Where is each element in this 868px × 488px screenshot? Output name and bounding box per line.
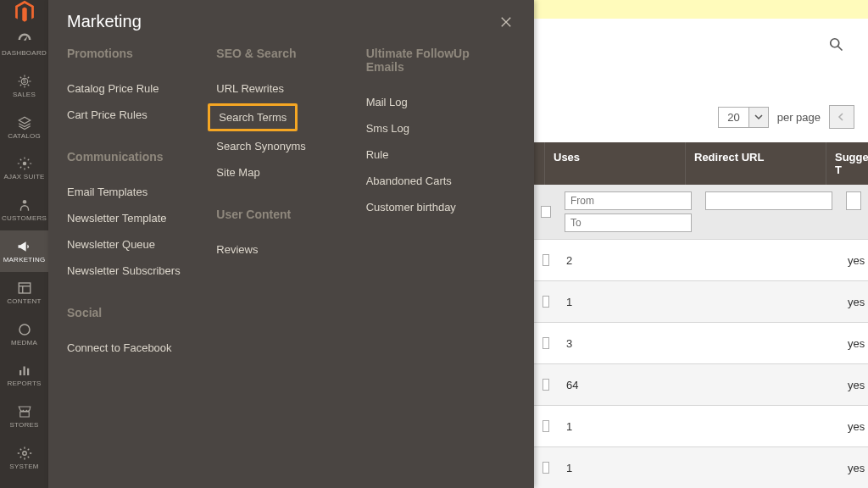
flyout-group-title: Ultimate FollowUp Emails: [366, 47, 507, 74]
cell-suggested: yes: [839, 462, 868, 474]
flyout-title: Marketing: [67, 12, 142, 31]
filter-suggested[interactable]: [846, 191, 861, 210]
grid-header-uses[interactable]: Uses: [544, 142, 685, 185]
admin-nav-rail: DASHBOARD$SALESCATALOGAJAX SUITECUSTOMER…: [0, 0, 48, 488]
nav-item-dashboard[interactable]: DASHBOARD: [0, 24, 48, 65]
grid-header-checkbox-col: [534, 142, 544, 185]
stores-icon: [16, 403, 33, 420]
nav-item-catalog[interactable]: CATALOG: [0, 107, 48, 148]
flyout-group: SocialConnect to Facebook: [67, 306, 208, 361]
flyout-column: SEO & SearchURL RewritesSearch TermsSear…: [216, 47, 365, 361]
flyout-link-customer-birthday[interactable]: Customer birthday: [366, 194, 507, 220]
grid-body: 2yes1yes3yes64yes1yes1yes: [534, 240, 868, 488]
nav-item-partners[interactable]: FIND PARTNERS & EXTENSIONS: [0, 479, 48, 488]
nav-label: MEDMA: [11, 340, 37, 347]
table-row[interactable]: 1yes: [534, 406, 868, 447]
page-content: 20 per page Uses Redirect URL Suggested …: [534, 0, 868, 488]
row-checkbox[interactable]: [542, 296, 549, 308]
flyout-link-newsletter-queue[interactable]: Newsletter Queue: [67, 231, 208, 258]
flyout-link-search-synonyms[interactable]: Search Synonyms: [216, 133, 357, 159]
flyout-link-site-map[interactable]: Site Map: [216, 159, 357, 186]
flyout-link-cart-price-rules[interactable]: Cart Price Rules: [67, 102, 208, 128]
grid-filter-checkbox[interactable]: [541, 206, 551, 218]
catalog-icon: [16, 114, 33, 131]
nav-item-stores[interactable]: STORES: [0, 396, 48, 437]
table-row[interactable]: 2yes: [534, 240, 868, 281]
svg-line-1: [838, 47, 843, 51]
flyout-group: CommunicationsEmail TemplatesNewsletter …: [67, 150, 208, 284]
filter-redirect[interactable]: [705, 191, 832, 210]
row-checkbox[interactable]: [542, 462, 549, 474]
per-page-dropdown-button[interactable]: [748, 107, 769, 128]
marketing-icon: [16, 238, 33, 255]
flyout-link-search-terms[interactable]: Search Terms: [208, 103, 298, 131]
content-icon: [16, 280, 33, 297]
flyout-group: Ultimate FollowUp EmailsMail LogSms LogR…: [366, 47, 507, 220]
flyout-group-title: SEO & Search: [216, 47, 357, 60]
filter-uses-from[interactable]: [565, 191, 692, 210]
flyout-link-rule[interactable]: Rule: [366, 141, 507, 168]
row-checkbox[interactable]: [542, 254, 549, 266]
system-message-banner: [534, 0, 868, 19]
flyout-link-url-rewrites[interactable]: URL Rewrites: [216, 75, 357, 102]
svg-rect-5: [19, 283, 31, 293]
nav-label: CATALOG: [8, 133, 41, 141]
row-checkbox[interactable]: [542, 337, 549, 349]
per-page-select[interactable]: 20: [718, 107, 768, 128]
nav-item-medma[interactable]: MEDMA: [0, 313, 48, 355]
flyout-group-title: Promotions: [67, 47, 208, 60]
grid-header-suggested[interactable]: Suggested T: [826, 142, 868, 185]
search-icon[interactable]: [827, 36, 844, 53]
table-row[interactable]: 1yes: [534, 281, 868, 323]
per-page-label: per page: [777, 111, 821, 124]
flyout-group: User ContentReviews: [216, 208, 357, 263]
flyout-link-newsletter-template[interactable]: Newsletter Template: [67, 205, 208, 231]
flyout-link-newsletter-subscribers[interactable]: Newsletter Subscribers: [67, 258, 208, 284]
svg-point-3: [22, 162, 26, 166]
marketing-flyout: Marketing PromotionsCatalog Price RuleCa…: [48, 0, 534, 488]
nav-item-sales[interactable]: $SALES: [0, 65, 48, 107]
flyout-column: PromotionsCatalog Price RuleCart Price R…: [67, 47, 216, 361]
flyout-link-email-templates[interactable]: Email Templates: [67, 179, 208, 205]
flyout-group: PromotionsCatalog Price RuleCart Price R…: [67, 47, 208, 128]
nav-item-system[interactable]: SYSTEM: [0, 437, 48, 479]
cell-suggested: yes: [839, 337, 868, 350]
customers-icon: [16, 197, 33, 214]
svg-rect-11: [27, 369, 29, 375]
flyout-link-abandoned-carts[interactable]: Abandoned Carts: [366, 168, 507, 194]
cell-suggested: yes: [839, 420, 868, 433]
nav-label: REPORTS: [7, 380, 41, 388]
table-row[interactable]: 64yes: [534, 364, 868, 406]
row-checkbox[interactable]: [542, 420, 549, 432]
sales-icon: $: [16, 73, 33, 90]
flyout-link-sms-log[interactable]: Sms Log: [366, 115, 507, 141]
grid-header-redirect[interactable]: Redirect URL: [685, 142, 826, 185]
page-topbar: [534, 19, 868, 69]
nav-item-reports[interactable]: REPORTS: [0, 354, 48, 396]
magento-logo[interactable]: [0, 0, 48, 24]
flyout-close-button[interactable]: [497, 13, 515, 31]
flyout-link-connect-to-facebook[interactable]: Connect to Facebook: [67, 335, 208, 361]
cell-uses: 1: [558, 462, 698, 474]
nav-item-content[interactable]: CONTENT: [0, 272, 48, 313]
nav-label: SALES: [13, 92, 36, 99]
flyout-link-catalog-price-rule[interactable]: Catalog Price Rule: [67, 75, 208, 102]
nav-item-customers[interactable]: CUSTOMERS: [0, 189, 48, 230]
table-row[interactable]: 3yes: [534, 323, 868, 364]
flyout-link-reviews[interactable]: Reviews: [216, 236, 357, 263]
svg-rect-10: [23, 367, 25, 376]
svg-text:$: $: [23, 78, 26, 84]
nav-label: DASHBOARD: [2, 50, 47, 58]
row-checkbox[interactable]: [542, 379, 549, 391]
svg-point-12: [22, 452, 26, 456]
cell-suggested: yes: [839, 296, 868, 308]
nav-item-ajaxsuite[interactable]: AJAX SUITE: [0, 147, 48, 189]
table-row[interactable]: 1yes: [534, 447, 868, 488]
per-page-value: 20: [718, 107, 748, 128]
pager-prev-button[interactable]: [829, 105, 854, 129]
flyout-group-title: Communications: [67, 150, 208, 164]
medma-icon: [16, 321, 33, 338]
flyout-link-mail-log[interactable]: Mail Log: [366, 89, 507, 115]
nav-item-marketing[interactable]: MARKETING: [0, 230, 48, 272]
filter-uses-to[interactable]: [565, 214, 692, 232]
